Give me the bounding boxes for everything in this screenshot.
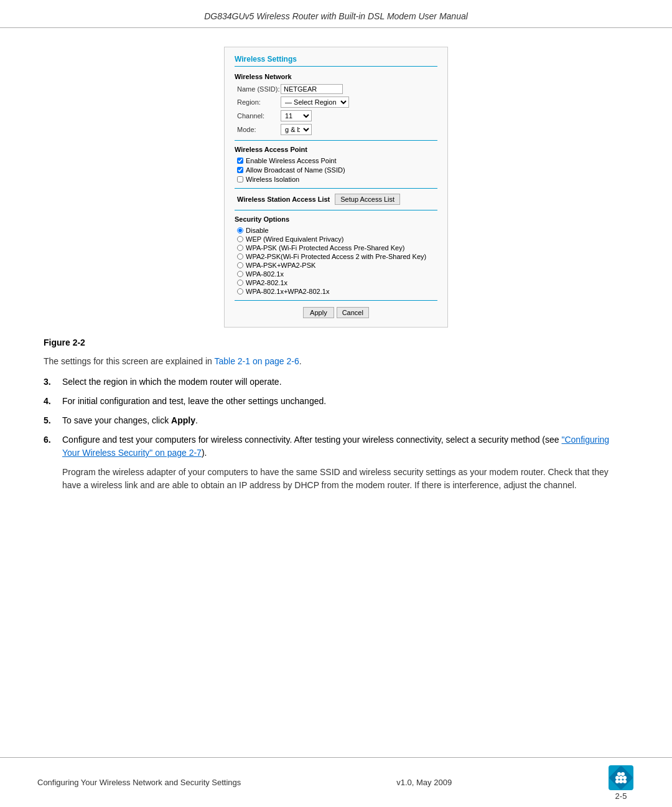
- header-title: DG834GUv5 Wireless Router with Built-in …: [204, 11, 468, 21]
- ssid-input[interactable]: [281, 84, 343, 94]
- figure-caption: Figure 2-2: [44, 337, 628, 347]
- indent-paragraph: Program the wireless adapter of your com…: [62, 466, 628, 492]
- apply-button[interactable]: Apply: [303, 307, 334, 318]
- page-footer: Configuring Your Wireless Network and Se…: [0, 757, 672, 807]
- radio-wpa-psk-wpa2-psk-label: WPA-PSK+WPA2-PSK: [246, 262, 315, 269]
- apply-bold: Apply: [171, 415, 195, 425]
- list-content-6: Configure and test your computers for wi…: [62, 433, 628, 460]
- access-list-row: Wireless Station Access List Setup Acces…: [235, 194, 437, 205]
- mode-select[interactable]: g & b: [281, 124, 312, 135]
- region-label: Region:: [237, 98, 281, 106]
- radio-wpa-psk-label: WPA-PSK (Wi-Fi Protected Access Pre-Shar…: [246, 244, 404, 252]
- svg-point-7: [623, 776, 627, 780]
- list-content-3: Select the region in which the modem rou…: [62, 375, 628, 389]
- isolation-checkbox[interactable]: [237, 176, 243, 182]
- radio-disable-label: Disable: [246, 227, 269, 234]
- region-row: Region: — Select Region —: [235, 97, 437, 108]
- name-label: Name (SSID):: [237, 85, 281, 93]
- table-link[interactable]: Table 2-1 on page 2-6: [214, 356, 299, 366]
- radio-wpa-wpa2-802: WPA-802.1x+WPA2-802.1x: [235, 288, 437, 295]
- page-header: DG834GUv5 Wireless Router with Built-in …: [0, 0, 672, 28]
- isolation-label: Wireless Isolation: [246, 176, 299, 183]
- list-num-6: 6.: [44, 433, 62, 460]
- wireless-network-title: Wireless Network: [235, 73, 437, 80]
- radio-wpa2-psk-input[interactable]: [237, 253, 243, 260]
- radio-disable: Disable: [235, 227, 437, 234]
- svg-point-9: [621, 772, 625, 776]
- footer-page: 2-5: [615, 791, 627, 801]
- allow-ssid-checkbox[interactable]: [237, 167, 243, 173]
- radio-wpa-psk-input[interactable]: [237, 245, 243, 251]
- checkbox-enable-ap: Enable Wireless Access Point: [235, 157, 437, 164]
- list-num-4: 4.: [44, 395, 62, 408]
- station-access-title: Wireless Station Access List: [237, 196, 330, 203]
- figure-box: Wireless Settings Wireless Network Name …: [224, 47, 448, 328]
- allow-ssid-label: Allow Broadcast of Name (SSID): [246, 166, 345, 174]
- page-content: Wireless Settings Wireless Network Name …: [0, 47, 672, 492]
- radio-wpa-802: WPA-802.1x: [235, 270, 437, 278]
- radio-wpa2-802-label: WPA2-802.1x: [246, 279, 287, 286]
- radio-wpa-802-input[interactable]: [237, 271, 243, 277]
- radio-wep-label: WEP (Wired Equivalent Privacy): [246, 235, 344, 243]
- bottom-buttons: Apply Cancel: [235, 307, 437, 318]
- divider-1: [235, 140, 437, 141]
- radio-wpa2-psk-label: WPA2-PSK(Wi-Fi Protected Access 2 with P…: [246, 253, 426, 260]
- radio-wpa-802-label: WPA-802.1x: [246, 270, 284, 278]
- radio-wpa2-psk: WPA2-PSK(Wi-Fi Protected Access 2 with P…: [235, 253, 437, 260]
- divider-4: [235, 300, 437, 301]
- setup-access-list-button[interactable]: Setup Access List: [335, 194, 400, 205]
- body-link-end: .: [299, 356, 302, 366]
- enable-ap-label: Enable Wireless Access Point: [246, 157, 337, 164]
- list-item-6: 6. Configure and test your computers for…: [44, 433, 628, 460]
- telkom-logo-icon: [607, 764, 635, 791]
- list-num-5: 5.: [44, 414, 62, 427]
- security-link[interactable]: "Configuring Your Wireless Security" on …: [62, 435, 609, 458]
- region-select[interactable]: — Select Region —: [281, 97, 349, 108]
- radio-wpa2-802: WPA2-802.1x: [235, 279, 437, 286]
- enable-ap-checkbox[interactable]: [237, 158, 243, 164]
- svg-point-4: [623, 780, 627, 783]
- radio-wep-input[interactable]: [237, 236, 243, 242]
- svg-point-6: [619, 776, 623, 780]
- footer-left: Configuring Your Wireless Network and Se…: [37, 778, 241, 787]
- svg-point-3: [619, 780, 623, 783]
- checkbox-allow-ssid: Allow Broadcast of Name (SSID): [235, 166, 437, 174]
- radio-wpa2-802-input[interactable]: [237, 280, 243, 286]
- list-content-4: For initial configuration and test, leav…: [62, 395, 628, 408]
- list-item-4: 4. For initial configuration and test, l…: [44, 395, 628, 408]
- divider-3: [235, 210, 437, 210]
- body-paragraph-text: The settings for this screen are explain…: [44, 356, 212, 366]
- list-content-5: To save your changes, click Apply.: [62, 414, 628, 427]
- channel-select[interactable]: 11: [281, 110, 312, 121]
- radio-wpa-psk: WPA-PSK (Wi-Fi Protected Access Pre-Shar…: [235, 244, 437, 252]
- channel-row: Channel: 11: [235, 110, 437, 121]
- radio-wpa-wpa2-802-label: WPA-802.1x+WPA2-802.1x: [246, 288, 329, 295]
- mode-label: Mode:: [237, 126, 281, 133]
- svg-point-5: [615, 776, 619, 780]
- name-row: Name (SSID):: [235, 84, 437, 94]
- channel-label: Channel:: [237, 112, 281, 120]
- security-options-title: Security Options: [235, 215, 437, 223]
- radio-wpa-wpa2-802-input[interactable]: [237, 288, 243, 295]
- footer-center: v1.0, May 2009: [396, 778, 452, 787]
- mode-row: Mode: g & b: [235, 124, 437, 135]
- divider-2: [235, 188, 437, 189]
- list-item-5: 5. To save your changes, click Apply.: [44, 414, 628, 427]
- radio-wpa-psk-wpa2-psk-input[interactable]: [237, 262, 243, 268]
- list-num-3: 3.: [44, 375, 62, 389]
- svg-point-8: [617, 772, 621, 776]
- radio-disable-input[interactable]: [237, 227, 243, 234]
- list-item-3: 3. Select the region in which the modem …: [44, 375, 628, 389]
- svg-point-2: [615, 780, 619, 783]
- cancel-button[interactable]: Cancel: [337, 307, 369, 318]
- access-point-title: Wireless Access Point: [235, 146, 437, 153]
- wireless-settings-title: Wireless Settings: [235, 55, 437, 67]
- radio-wpa-psk-wpa2-psk: WPA-PSK+WPA2-PSK: [235, 262, 437, 269]
- radio-wep: WEP (Wired Equivalent Privacy): [235, 235, 437, 243]
- body-paragraph: The settings for this screen are explain…: [44, 355, 628, 368]
- footer-right: 2-5: [607, 764, 635, 801]
- checkbox-isolation: Wireless Isolation: [235, 176, 437, 183]
